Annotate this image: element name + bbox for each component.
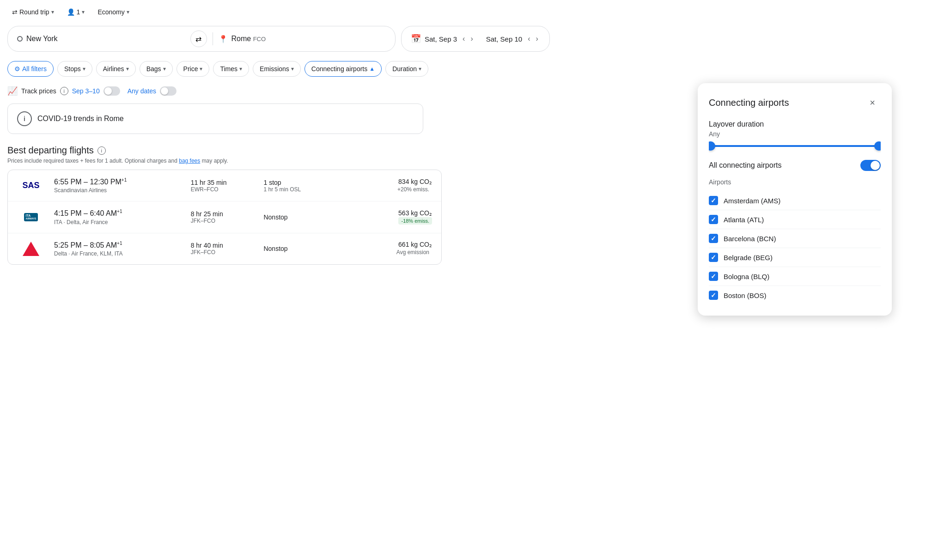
search-box: New York ⇄ 📍 Rome FCO bbox=[7, 26, 396, 52]
airport-checkbox-ams[interactable]: ✓ bbox=[709, 196, 718, 205]
bags-chevron: ▾ bbox=[163, 66, 166, 72]
slider-thumb-right[interactable] bbox=[874, 141, 881, 151]
bags-filter-button[interactable]: Bags ▾ bbox=[140, 61, 173, 77]
swap-icon: ⇄ bbox=[12, 8, 18, 16]
slider-thumb-left[interactable] bbox=[709, 141, 715, 151]
swap-button[interactable]: ⇄ bbox=[190, 30, 207, 47]
price-chevron: ▾ bbox=[200, 66, 202, 72]
airport-name-bcn: Barcelona (BCN) bbox=[724, 235, 776, 243]
panel-title: Connecting airports bbox=[709, 97, 789, 108]
stops-chevron: ▾ bbox=[83, 66, 85, 72]
airport-checkbox-beg[interactable]: ✓ bbox=[709, 253, 718, 262]
date2-prev-button[interactable]: ‹ bbox=[526, 34, 532, 44]
date2-nav: ‹ › bbox=[526, 34, 540, 44]
layover-sub: Any bbox=[709, 130, 881, 138]
date1-prev-button[interactable]: ‹ bbox=[461, 34, 467, 44]
airport-checkbox-bcn[interactable]: ✓ bbox=[709, 234, 718, 243]
airline-logo-ita: ITA AIRWAYS bbox=[17, 213, 45, 221]
slider-track bbox=[711, 145, 879, 147]
price-filter-button[interactable]: Price ▾ bbox=[177, 61, 210, 77]
date2-next-button[interactable]: › bbox=[534, 34, 540, 44]
trip-type-button[interactable]: ⇄ Round trip ▾ bbox=[7, 6, 59, 18]
all-connecting-label: All connecting airports bbox=[709, 161, 781, 170]
airport-row-ams: ✓ Amsterdam (AMS) bbox=[709, 191, 881, 210]
destination-value: Rome FCO bbox=[231, 35, 266, 43]
destination-pin-icon: 📍 bbox=[219, 35, 228, 43]
panel-scroll-area[interactable]: Layover duration Any All connecting airp… bbox=[709, 120, 881, 268]
stops-label: Stops bbox=[64, 65, 81, 73]
track-prices-toggle[interactable] bbox=[104, 86, 120, 96]
layover-slider[interactable] bbox=[709, 145, 881, 147]
duration-chevron: ▾ bbox=[419, 66, 421, 72]
panel-close-button[interactable]: × bbox=[864, 94, 881, 111]
flight-row[interactable]: 5:25 PM – 8:05 AM+1 Delta · Air France, … bbox=[8, 233, 441, 264]
airlines-filter-button[interactable]: Airlines ▾ bbox=[96, 61, 136, 77]
flights-info-icon[interactable]: i bbox=[97, 146, 106, 155]
layover-title: Layover duration bbox=[709, 120, 881, 128]
passengers-button[interactable]: 👤 1 ▾ bbox=[62, 6, 90, 18]
date1-value: Sat, Sep 3 bbox=[425, 35, 457, 43]
cabin-class-label: Economy bbox=[97, 8, 124, 16]
all-connecting-toggle[interactable] bbox=[860, 160, 881, 171]
track-prices-toggle-thumb bbox=[104, 87, 112, 95]
airline-logo-delta bbox=[17, 242, 45, 256]
airport-checkbox-atl[interactable]: ✓ bbox=[709, 215, 718, 224]
any-dates-section: Any dates bbox=[128, 86, 177, 96]
cabin-class-chevron: ▾ bbox=[127, 9, 129, 15]
duration-filter-button[interactable]: Duration ▾ bbox=[385, 61, 428, 77]
stops-filter-button[interactable]: Stops ▾ bbox=[57, 61, 92, 77]
flight-duration-3: 8 hr 40 min JFK–FCO bbox=[191, 242, 255, 256]
airport-name-ams: Amsterdam (AMS) bbox=[724, 197, 780, 205]
passengers-label: 1 bbox=[77, 8, 80, 16]
price-label: Price bbox=[183, 65, 198, 73]
sliders-icon: ⚙ bbox=[14, 65, 20, 73]
swap-arrows-icon: ⇄ bbox=[195, 35, 201, 43]
flights-title: Best departing flights bbox=[7, 145, 94, 156]
destination-field[interactable]: 📍 Rome FCO bbox=[219, 35, 386, 43]
flight-emissions-3: 661 kg CO₂ Avg emission bbox=[336, 241, 432, 256]
times-filter-button[interactable]: Times ▾ bbox=[213, 61, 249, 77]
track-prices-section: 📈 Track prices i Sep 3–10 bbox=[7, 86, 120, 96]
airlines-chevron: ▾ bbox=[126, 66, 129, 72]
airport-row-atl: ✓ Atlanta (ATL) bbox=[709, 210, 881, 229]
panel-header: Connecting airports × bbox=[709, 94, 881, 111]
any-dates-toggle[interactable] bbox=[160, 86, 177, 96]
emissions-filter-button[interactable]: Emissions ▾ bbox=[253, 61, 301, 77]
connecting-airports-filter-button[interactable]: Connecting airports ▲ bbox=[305, 61, 382, 77]
any-dates-toggle-thumb bbox=[161, 87, 168, 95]
flight-duration-1: 11 hr 35 min EWR–FCO bbox=[191, 179, 255, 193]
flight-times-2: 4:15 PM – 6:40 AM+1 ITA · Delta, Air Fra… bbox=[54, 209, 182, 225]
emissions-label: Emissions bbox=[260, 65, 289, 73]
airline-logo-sas: SAS bbox=[17, 181, 45, 190]
any-dates-label: Any dates bbox=[128, 87, 156, 95]
date1-field[interactable]: 📅 Sat, Sep 3 ‹ › Sat, Sep 10 ‹ › bbox=[401, 26, 550, 52]
layover-section: Layover duration Any bbox=[709, 120, 881, 147]
origin-circle-icon bbox=[17, 36, 23, 42]
connecting-airports-label: Connecting airports bbox=[311, 65, 367, 73]
flight-row[interactable]: SAS 6:55 PM – 12:30 PM+1 Scandinavian Ai… bbox=[8, 170, 441, 201]
origin-field[interactable]: New York bbox=[17, 35, 185, 43]
track-prices-info-icon[interactable]: i bbox=[60, 87, 68, 95]
origin-value: New York bbox=[26, 35, 58, 43]
flight-emissions-1: 834 kg CO₂ +20% emiss. bbox=[336, 178, 432, 194]
cabin-class-button[interactable]: Economy ▾ bbox=[93, 6, 134, 18]
airport-name-beg: Belgrade (BEG) bbox=[724, 254, 773, 262]
date1-next-button[interactable]: › bbox=[469, 34, 475, 44]
airport-row-beg: ✓ Belgrade (BEG) bbox=[709, 248, 881, 267]
covid-text: COVID-19 trends in Rome bbox=[37, 115, 124, 123]
airport-row-blq: ✓ Bologna (BLQ) bbox=[709, 267, 881, 268]
flight-stops-3: Nonstop bbox=[263, 245, 327, 252]
track-prices-dates: Sep 3–10 bbox=[72, 87, 100, 95]
flight-emissions-2: 563 kg CO₂ -18% emiss. bbox=[336, 209, 432, 225]
covid-info-icon: i bbox=[17, 111, 32, 126]
top-bar: ⇄ Round trip ▾ 👤 1 ▾ Economy ▾ bbox=[0, 0, 938, 22]
all-filters-button[interactable]: ⚙ All filters bbox=[7, 61, 54, 77]
track-prices-label: Track prices bbox=[21, 87, 56, 95]
times-label: Times bbox=[220, 65, 238, 73]
times-chevron: ▾ bbox=[239, 66, 242, 72]
bag-fees-link[interactable]: bag fees bbox=[179, 158, 200, 164]
flight-row[interactable]: ITA AIRWAYS 4:15 PM – 6:40 AM+1 ITA · De… bbox=[8, 201, 441, 233]
date1-nav: ‹ › bbox=[461, 34, 475, 44]
all-connecting-row: All connecting airports bbox=[709, 160, 881, 171]
filter-row: ⚙ All filters Stops ▾ Airlines ▾ Bags ▾ … bbox=[0, 57, 938, 80]
